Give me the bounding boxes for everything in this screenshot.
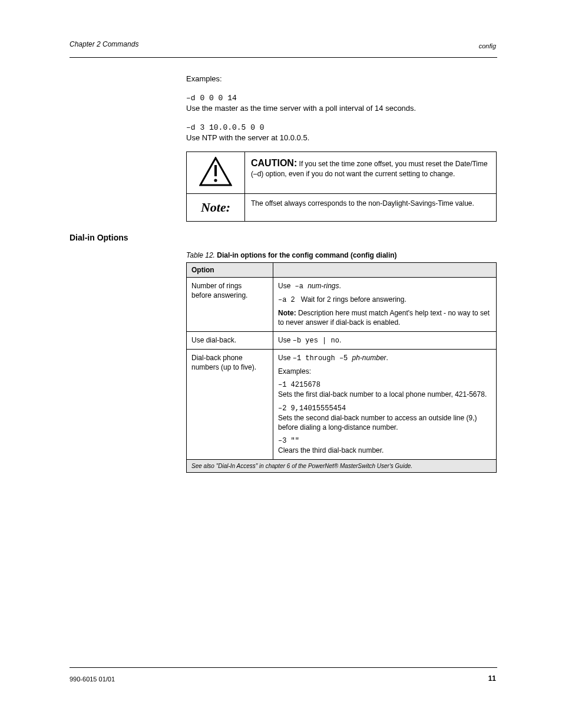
options-table: Option Number of rings before answering.… [186,262,497,473]
txt: . [339,336,341,344]
running-header-chapter: Chapter 2 Commands [70,40,138,48]
arg: ph-number [352,354,386,362]
caution-note-table: CAUTION: If you set the time zone offset… [186,151,497,222]
note-label: Note: [278,309,296,317]
table-number: Table 12. [186,251,215,259]
caution-icon [199,157,232,186]
txt: . [339,282,341,290]
note-icon: Note: [201,200,230,215]
opt-dialback-enable-label: Use dial-back. [187,331,273,349]
code: –3 "" [278,437,299,445]
txt: . [386,354,388,362]
example-1: –d 0 0 0 14 Use the master as the time s… [186,93,497,114]
table-row: Number of rings before answering. Use –a… [187,277,497,331]
arg: num-rings [308,282,339,290]
options-header-option: Option [187,262,273,277]
txt: Sets the first dial-back number to a loc… [278,390,491,399]
svg-point-2 [214,179,217,182]
opt-dialback-enable-desc: Use –b yes | no. [273,331,497,349]
note-text: The offset always corresponds to the non… [251,199,474,207]
opt-rings-label: Number of rings before answering. [187,277,273,331]
running-header-section: config [479,42,496,50]
txt: Use [278,354,293,362]
section-heading-dialin: Dial-in Options [70,232,497,243]
footer-page: 11 [488,674,496,683]
txt: Use [278,336,293,344]
caution-label: CAUTION: [251,158,297,168]
txt: Use [278,282,290,290]
table-name: Dial-in options for the config command (… [217,251,396,259]
table-header-row: Option [187,262,497,277]
opt-dialback-numbers-label: Dial-back phone numbers (up to five). [187,349,273,459]
note-icon-cell: Note: [187,193,245,221]
top-rule [70,57,497,58]
txt: Examples: [278,367,311,375]
code: –1 4215678 [278,381,320,389]
example-2-code: –d 3 10.0.0.5 0 0 [186,123,265,132]
code: –2 9,14015555454 [278,404,346,413]
table-foot-row: See also "Dial-In Access" in chapter 6 o… [187,459,497,473]
footer-pub: 990-6015 01/01 [70,676,115,683]
code: –b yes | no [293,337,339,345]
table-foot-text: See also "Dial-In Access" in chapter 6 o… [187,459,497,473]
example-2-text: Use NTP with the server at 10.0.0.5. [186,133,309,142]
note-text: Description here must match Agent's help… [278,309,490,327]
example-2: –d 3 10.0.0.5 0 0 Use NTP with the serve… [186,122,497,143]
code: –a [290,282,308,291]
table-caption: Table 12. Dial-in options for the config… [186,251,497,260]
table-row: Use dial-back. Use –b yes | no. [187,331,497,349]
examples-label: Examples: [186,74,497,84]
caution-cell: CAUTION: If you set the time zone offset… [245,151,497,193]
code: –1 through –5 [293,354,352,363]
code: –a 2 [278,296,295,304]
table-row: Dial-back phone numbers (up to five). Us… [187,349,497,459]
example-1-text: Use the master as the time server with a… [186,104,416,113]
example-1-code: –d 0 0 0 14 [186,94,237,103]
note-cell: The offset always corresponds to the non… [245,193,497,221]
options-header-blank [273,262,497,277]
txt: Wait for 2 rings before answering. [299,295,406,304]
txt: Clears the third dial-back number. [278,446,491,455]
bottom-rule [70,667,497,668]
opt-dialback-numbers-desc: Use –1 through –5 ph-number. Examples: –… [273,349,497,459]
caution-icon-cell [187,151,245,193]
opt-rings-desc: Use –a num-rings. –a 2 Wait for 2 rings … [273,277,497,331]
txt: Sets the second dial-back number to acce… [278,413,491,432]
